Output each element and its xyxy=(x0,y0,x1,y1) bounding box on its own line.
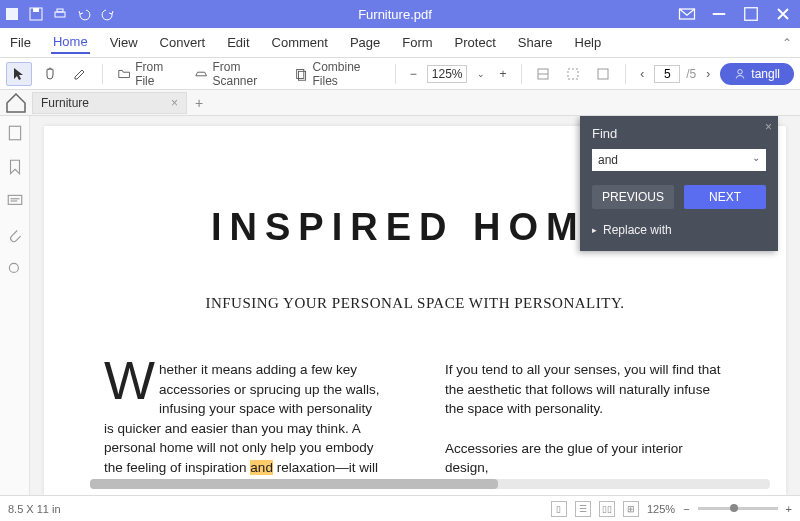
svg-rect-15 xyxy=(9,126,20,140)
scrollbar-thumb[interactable] xyxy=(90,479,498,489)
svg-rect-7 xyxy=(745,8,758,21)
menu-form[interactable]: Form xyxy=(400,32,434,53)
home-tab-icon[interactable] xyxy=(4,91,28,115)
svg-rect-12 xyxy=(568,69,578,79)
menu-edit[interactable]: Edit xyxy=(225,32,251,53)
document-canvas[interactable]: INSPIRED HOME INFUSING YOUR PERSONAL SPA… xyxy=(30,116,800,495)
page-total: /5 xyxy=(686,67,696,81)
zoom-out-button[interactable]: − xyxy=(406,62,421,86)
menu-help[interactable]: Help xyxy=(573,32,604,53)
menu-comment[interactable]: Comment xyxy=(270,32,330,53)
menu-convert[interactable]: Convert xyxy=(158,32,208,53)
select-tool[interactable] xyxy=(6,62,32,86)
find-close-icon[interactable]: × xyxy=(765,120,772,134)
save-icon[interactable] xyxy=(28,6,44,22)
menu-bar: File Home View Convert Edit Comment Page… xyxy=(0,28,800,58)
fit-page-icon xyxy=(565,66,581,82)
attachments-icon[interactable] xyxy=(6,226,24,244)
hand-icon xyxy=(42,66,58,82)
dropcap: W xyxy=(104,360,159,400)
minimize-button[interactable] xyxy=(706,4,732,24)
svg-rect-2 xyxy=(33,8,39,12)
menu-protect[interactable]: Protect xyxy=(453,32,498,53)
zoom-slider[interactable] xyxy=(698,507,778,510)
svg-point-14 xyxy=(738,69,743,74)
view-single-icon[interactable]: ▯ xyxy=(551,501,567,517)
svg-rect-3 xyxy=(55,12,65,17)
zoom-value[interactable]: 125% xyxy=(427,65,468,83)
svg-rect-0 xyxy=(6,8,18,20)
from-scanner-label: From Scanner xyxy=(212,60,280,88)
mail-icon[interactable] xyxy=(674,4,700,24)
left-sidebar xyxy=(0,116,30,495)
expand-icon: ▸ xyxy=(592,225,597,235)
fit-width-button[interactable] xyxy=(531,62,555,86)
find-dropdown-icon[interactable]: ⌄ xyxy=(752,152,760,163)
view-grid-icon[interactable]: ⊞ xyxy=(623,501,639,517)
menu-view[interactable]: View xyxy=(108,32,140,53)
zoom-dropdown-icon[interactable]: ⌄ xyxy=(473,62,489,86)
zoom-slider-handle[interactable] xyxy=(730,504,738,512)
user-account-button[interactable]: tangll xyxy=(720,63,794,85)
col1-text-post: relaxation—it will xyxy=(273,460,378,475)
from-file-label: From File xyxy=(135,60,180,88)
horizontal-scrollbar[interactable] xyxy=(90,479,770,489)
prev-page-button[interactable]: ‹ xyxy=(636,62,648,86)
title-bar: Furniture.pdf xyxy=(0,0,800,28)
menu-home[interactable]: Home xyxy=(51,31,90,54)
hand-tool[interactable] xyxy=(38,62,62,86)
redo-icon[interactable] xyxy=(100,6,116,22)
from-scanner-button[interactable]: From Scanner xyxy=(190,62,284,86)
add-tab-button[interactable]: + xyxy=(195,95,203,111)
from-file-button[interactable]: From File xyxy=(113,62,184,86)
menu-page[interactable]: Page xyxy=(348,32,382,53)
status-zoom-out[interactable]: − xyxy=(683,503,689,515)
view-continuous-icon[interactable]: ☰ xyxy=(575,501,591,517)
maximize-button[interactable] xyxy=(738,4,764,24)
menu-file[interactable]: File xyxy=(8,32,33,53)
status-zoom-in[interactable]: + xyxy=(786,503,792,515)
replace-toggle[interactable]: ▸ Replace with xyxy=(592,223,766,237)
combine-button[interactable]: Combine Files xyxy=(290,62,385,86)
cursor-icon xyxy=(11,66,27,82)
main-area: INSPIRED HOME INFUSING YOUR PERSONAL SPA… xyxy=(0,116,800,495)
find-title: Find xyxy=(592,126,766,141)
print-icon[interactable] xyxy=(52,6,68,22)
view-two-page-icon[interactable]: ▯▯ xyxy=(599,501,615,517)
app-logo-icon xyxy=(4,6,20,22)
thumbnails-icon[interactable] xyxy=(6,124,24,142)
status-bar: 8.5 X 11 in ▯ ☰ ▯▯ ⊞ 125% − + xyxy=(0,495,800,521)
actual-size-button[interactable] xyxy=(591,62,615,86)
document-tab-label: Furniture xyxy=(41,96,89,110)
document-tab[interactable]: Furniture × xyxy=(32,92,187,114)
col2-p2: Accessories are the glue of your interio… xyxy=(445,439,726,478)
svg-rect-13 xyxy=(598,69,608,79)
doc-column-right: If you tend to all your senses, you will… xyxy=(445,360,726,478)
undo-icon[interactable] xyxy=(76,6,92,22)
scanner-icon xyxy=(194,66,208,82)
document-tabs-bar: Furniture × + xyxy=(0,90,800,116)
comments-icon[interactable] xyxy=(6,192,24,210)
folder-icon xyxy=(117,66,131,82)
fit-page-button[interactable] xyxy=(561,62,585,86)
search-panel-icon[interactable] xyxy=(6,260,24,278)
page-number-input[interactable] xyxy=(654,65,680,83)
user-icon xyxy=(734,68,746,80)
search-highlight: and xyxy=(250,460,273,475)
close-button[interactable] xyxy=(770,4,796,24)
next-page-button[interactable]: › xyxy=(702,62,714,86)
fit-width-icon xyxy=(535,66,551,82)
find-input[interactable] xyxy=(592,149,766,171)
bookmarks-icon[interactable] xyxy=(6,158,24,176)
find-next-button[interactable]: NEXT xyxy=(684,185,766,209)
find-previous-button[interactable]: PREVIOUS xyxy=(592,185,674,209)
edit-tool[interactable] xyxy=(68,62,92,86)
combine-icon xyxy=(294,66,308,82)
close-tab-icon[interactable]: × xyxy=(171,96,178,110)
doc-column-left: Whether it means adding a few key access… xyxy=(104,360,385,478)
collapse-ribbon-icon[interactable]: ⌃ xyxy=(782,36,792,50)
home-toolbar: From File From Scanner Combine Files − 1… xyxy=(0,58,800,90)
find-panel: × Find ⌄ PREVIOUS NEXT ▸ Replace with xyxy=(580,116,778,251)
zoom-in-button[interactable]: + xyxy=(495,62,510,86)
menu-share[interactable]: Share xyxy=(516,32,555,53)
